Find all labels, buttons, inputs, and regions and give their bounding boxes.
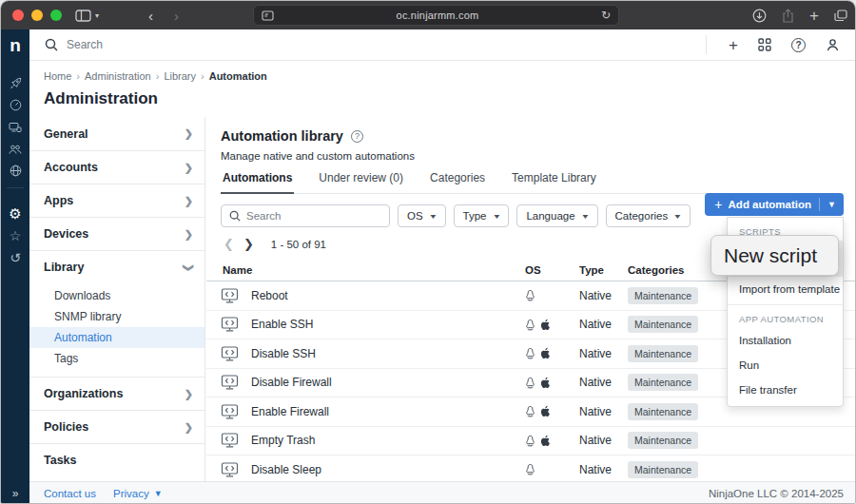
library-submenu: Downloads SNMP library Automation Tags	[29, 283, 204, 377]
sidebar-item-organizations[interactable]: Organizations❯	[29, 377, 204, 410]
downloads-icon[interactable]	[752, 9, 767, 23]
gear-icon[interactable]: ⚙	[1, 203, 29, 224]
sidebar-item-tags[interactable]: Tags	[29, 348, 204, 369]
automation-name: Disable Sleep	[251, 463, 321, 476]
reader-icon[interactable]	[262, 10, 274, 21]
devices-icon[interactable]	[1, 116, 29, 138]
add-icon[interactable]: +	[729, 37, 738, 53]
tab-template-library[interactable]: Template Library	[510, 171, 598, 193]
privacy-link[interactable]: Privacy	[113, 488, 149, 499]
script-icon	[221, 317, 239, 332]
sidebar-item-automation[interactable]: Automation	[29, 327, 204, 348]
users-group-icon[interactable]	[1, 138, 29, 160]
dropdown-arrow-icon: ▼	[673, 213, 683, 220]
sidebar-item-library[interactable]: Library❯	[29, 250, 204, 283]
collapse-rail-icon[interactable]: »	[1, 487, 29, 500]
new-tab-icon[interactable]: +	[809, 8, 819, 24]
dropdown-arrow-icon: ▼	[492, 213, 501, 220]
table-search-input[interactable]	[246, 210, 370, 222]
tab-under-review[interactable]: Under review (0)	[317, 171, 405, 193]
menu-item-file-transfer[interactable]: File transfer	[728, 378, 843, 402]
menu-section-app-automation: APP AUTOMATION	[728, 305, 843, 328]
forward-button[interactable]: ›	[174, 8, 179, 24]
minimize-window-button[interactable]	[31, 10, 43, 21]
breadcrumb-administration[interactable]: Administration	[85, 70, 151, 82]
tab-categories[interactable]: Categories	[428, 171, 487, 193]
global-search[interactable]	[45, 38, 276, 51]
section-help-icon[interactable]: ?	[351, 130, 363, 143]
zoom-window-button[interactable]	[50, 10, 62, 21]
category-badge: Maintenance	[628, 345, 698, 362]
sidebar-item-tasks[interactable]: Tasks	[29, 443, 204, 476]
table-row[interactable]: Disable Sleep Native Maintenance	[206, 456, 856, 481]
menu-item-import-from-template[interactable]: Import from template	[728, 277, 843, 301]
left-icon-rail: ⚙ ☆ ↺ »	[1, 61, 29, 504]
tab-automations[interactable]: Automations	[221, 171, 294, 194]
ninjaone-logo[interactable]: n	[1, 29, 29, 61]
automation-type: Native	[579, 347, 628, 360]
chevron-down-icon: ▼	[154, 489, 163, 498]
menu-item-run[interactable]: Run	[728, 353, 843, 378]
history-icon[interactable]: ↺	[1, 246, 29, 268]
sidebar-chevron-icon[interactable]: ▾	[95, 11, 99, 20]
magnified-new-script-item[interactable]: New script	[710, 235, 839, 276]
previous-page-icon[interactable]: ❮	[224, 237, 234, 251]
app-header: + ?	[29, 29, 856, 61]
linux-icon	[525, 347, 535, 359]
dashboard-gauge-icon[interactable]	[1, 94, 29, 116]
sidebar-item-downloads[interactable]: Downloads	[29, 285, 204, 306]
sidebar-item-apps[interactable]: Apps❯	[29, 184, 204, 217]
next-page-icon[interactable]: ❯	[243, 237, 254, 251]
browser-toolbar: ▾ ‹ › oc.ninjarmm.com ↻	[1, 1, 856, 29]
category-badge: Maintenance	[628, 432, 698, 449]
type-filter-dropdown[interactable]: Type▼	[454, 204, 510, 227]
rocket-icon[interactable]	[1, 72, 29, 94]
sidebar-item-policies[interactable]: Policies❯	[29, 410, 204, 443]
search-icon	[45, 38, 58, 51]
share-icon[interactable]	[782, 9, 794, 23]
breadcrumb-home[interactable]: Home	[44, 70, 71, 82]
close-window-button[interactable]	[12, 10, 24, 21]
sidebar-item-general[interactable]: General❯	[29, 117, 204, 150]
dropdown-arrow-icon: ▼	[428, 213, 438, 220]
breadcrumb-library[interactable]: Library	[164, 70, 196, 82]
linux-icon	[525, 463, 535, 475]
linux-icon	[525, 377, 535, 389]
column-os[interactable]: OS	[525, 264, 579, 276]
categories-filter-dropdown[interactable]: Categories▼	[606, 204, 691, 227]
search-icon	[229, 210, 241, 222]
sidebar-item-devices[interactable]: Devices❯	[29, 217, 204, 250]
add-automation-button[interactable]: + Add automation ▼	[705, 193, 844, 216]
chevron-right-icon: ❯	[185, 195, 193, 207]
user-profile-icon[interactable]	[826, 38, 840, 52]
table-search[interactable]	[221, 204, 390, 227]
contact-us-link[interactable]: Contact us	[44, 488, 96, 499]
sidebar-item-accounts[interactable]: Accounts❯	[29, 150, 204, 184]
apps-grid-icon[interactable]	[758, 38, 771, 51]
globe-icon[interactable]	[1, 160, 29, 182]
sidebar-item-snmp-library[interactable]: SNMP library	[29, 306, 204, 327]
column-type[interactable]: Type	[579, 264, 628, 276]
plus-icon: +	[714, 197, 722, 212]
menu-item-installation[interactable]: Installation	[728, 328, 843, 353]
star-icon[interactable]: ☆	[1, 224, 29, 246]
category-badge: Maintenance	[628, 461, 698, 478]
language-filter-dropdown[interactable]: Language▼	[516, 204, 597, 227]
reload-icon[interactable]: ↻	[601, 9, 611, 22]
help-icon[interactable]: ?	[791, 38, 806, 52]
address-bar[interactable]: oc.ninjarmm.com ↻	[253, 5, 619, 26]
sidebar-toggle-icon[interactable]	[75, 10, 91, 22]
copyright-text: NinjaOne LLC © 2014-2025	[709, 488, 844, 499]
back-button[interactable]: ‹	[148, 8, 153, 24]
automation-type: Native	[579, 463, 628, 476]
os-filter-dropdown[interactable]: OS▼	[398, 204, 446, 227]
tab-overview-icon[interactable]	[834, 10, 847, 22]
global-search-input[interactable]	[67, 38, 276, 51]
column-name[interactable]: Name	[223, 264, 525, 276]
category-badge: Maintenance	[628, 374, 698, 391]
section-subtitle: Manage native and custom automations	[221, 150, 856, 162]
automation-type: Native	[579, 318, 628, 331]
apple-icon	[540, 435, 551, 447]
table-row[interactable]: Empty Trash Native Maintenance	[206, 427, 856, 456]
automation-type: Native	[579, 405, 628, 418]
